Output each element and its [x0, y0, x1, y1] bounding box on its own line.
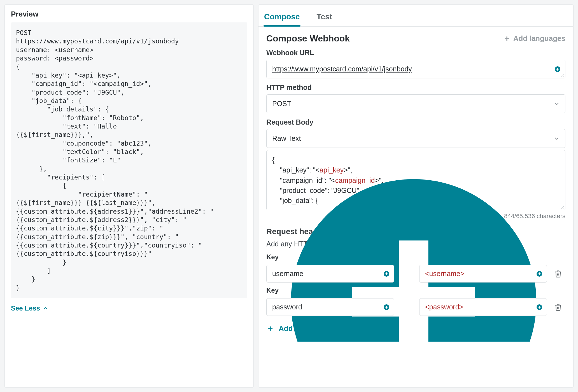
http-method-select[interactable]: POST [266, 94, 565, 113]
plus-circle-icon[interactable] [536, 304, 543, 311]
add-languages-button[interactable]: Add languages [503, 34, 565, 43]
tab-bar: Compose Test [258, 5, 573, 27]
http-method-label: HTTP method [266, 83, 565, 92]
header-value-input[interactable]: <username> [419, 265, 547, 283]
chevron-up-icon [43, 305, 48, 311]
see-less-button[interactable]: See Less [11, 304, 253, 312]
add-languages-label: Add languages [513, 34, 565, 43]
chevron-down-icon [548, 134, 565, 143]
tab-compose[interactable]: Compose [264, 8, 300, 26]
compose-panel: Compose Test Compose Webhook Add languag… [258, 4, 574, 388]
request-body-type-select[interactable]: Raw Text [266, 129, 565, 148]
preview-code: POST https://www.mypostcard.com/api/v1/j… [11, 22, 247, 298]
http-method-value: POST [272, 100, 297, 108]
see-less-label: See Less [11, 304, 40, 312]
resize-handle-icon[interactable] [560, 73, 564, 77]
header-key-input[interactable]: password [266, 298, 394, 316]
tab-test[interactable]: Test [316, 8, 333, 26]
plus-icon [503, 35, 511, 42]
header-value-input[interactable]: <password> [419, 298, 547, 316]
plus-circle-icon[interactable] [536, 270, 543, 277]
plus-circle-icon[interactable] [554, 66, 561, 73]
plus-circle-icon[interactable] [383, 304, 390, 311]
preview-title: Preview [5, 5, 253, 22]
plus-circle-icon[interactable] [383, 270, 390, 277]
webhook-url-label: Webhook URL [266, 49, 565, 57]
resize-handle-icon[interactable] [560, 205, 564, 209]
request-body-type-value: Raw Text [272, 134, 306, 143]
preview-panel: Preview POST https://www.mypostcard.com/… [4, 4, 254, 388]
webhook-url-input[interactable]: https://www.mypostcard.com/api/v1/jsonbo… [266, 60, 565, 78]
header-key-input[interactable]: username [266, 265, 394, 283]
compose-heading: Compose Webhook [266, 33, 350, 44]
chevron-down-icon [548, 100, 565, 108]
request-body-label: Request Body [266, 118, 565, 126]
